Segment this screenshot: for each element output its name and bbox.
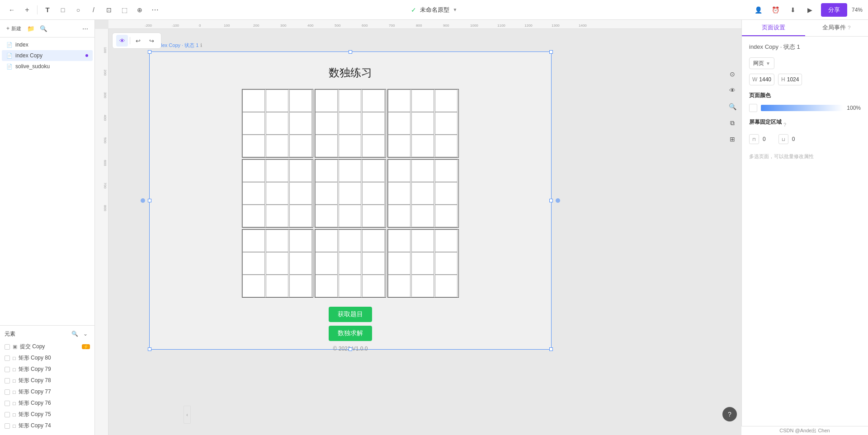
canvas-icon-components[interactable]: ⊞ xyxy=(725,132,740,146)
cell-2-8[interactable] xyxy=(339,135,361,157)
cell-7-3[interactable] xyxy=(289,229,312,252)
page-type-dropdown[interactable]: 网页 ▼ xyxy=(749,57,774,69)
cell-4-3[interactable] xyxy=(289,159,312,182)
page-item-index[interactable]: 📄 index xyxy=(2,39,93,50)
cell-1-5[interactable] xyxy=(266,112,288,135)
cell-3-7[interactable] xyxy=(388,135,410,157)
cell-7-6[interactable] xyxy=(289,252,312,275)
cell-7-8[interactable] xyxy=(266,275,288,297)
cell-1-2[interactable] xyxy=(266,89,288,112)
cell-9-4[interactable] xyxy=(388,252,410,275)
help-button[interactable]: ? xyxy=(722,407,737,421)
element-item-tijiao[interactable]: ▣ 提交 Copy ⚡ xyxy=(0,341,94,352)
frame-corner-mr[interactable] xyxy=(549,199,553,202)
canvas-icon-layers[interactable]: ⧉ xyxy=(725,116,740,130)
more-tool-button[interactable]: ⋯ xyxy=(149,4,161,16)
text-tool-button[interactable]: T xyxy=(41,4,54,16)
cell-5-2[interactable] xyxy=(339,159,361,182)
element-item-80[interactable]: □ 矩形 Copy 80 xyxy=(0,352,94,364)
collapse-panel-button[interactable]: ‹ xyxy=(184,406,191,424)
element-item-75[interactable]: □ 矩形 Copy 75 xyxy=(0,409,94,420)
cell-5-9[interactable] xyxy=(362,205,385,227)
cell-6-1[interactable] xyxy=(388,159,410,182)
frame-corner-bm[interactable] xyxy=(349,347,352,351)
cell-3-8[interactable] xyxy=(411,135,434,157)
element-item-76[interactable]: □ 矩形 Copy 76 xyxy=(0,398,94,409)
element-item-78[interactable]: □ 矩形 Copy 78 xyxy=(0,375,94,386)
cell-6-6[interactable] xyxy=(435,182,458,205)
circle-tool-button[interactable]: ○ xyxy=(72,4,85,16)
cell-3-3[interactable] xyxy=(435,89,458,112)
cell-8-8[interactable] xyxy=(339,275,361,297)
get-puzzle-button[interactable]: 获取题目 xyxy=(329,307,372,322)
cell-8-4[interactable] xyxy=(315,252,338,275)
cell-1-3[interactable] xyxy=(289,89,312,112)
cell-7-7[interactable] xyxy=(242,275,265,297)
cell-3-4[interactable] xyxy=(388,112,410,135)
cell-7-4[interactable] xyxy=(242,252,265,275)
cell-4-4[interactable] xyxy=(242,182,265,205)
cell-5-5[interactable] xyxy=(339,182,361,205)
cell-1-4[interactable] xyxy=(242,112,265,135)
rect-tool-button[interactable]: □ xyxy=(57,4,69,16)
canvas-undo-button[interactable]: ↩ xyxy=(132,35,144,47)
more-pages-button[interactable]: ⋯ xyxy=(80,23,90,33)
cell-6-4[interactable] xyxy=(388,182,410,205)
cell-2-7[interactable] xyxy=(315,135,338,157)
pin-tool-button[interactable]: ⊕ xyxy=(133,4,146,16)
cell-6-5[interactable] xyxy=(411,182,434,205)
image-tool-button[interactable]: ⬚ xyxy=(118,4,131,16)
cell-2-9[interactable] xyxy=(362,135,385,157)
color-slider[interactable] xyxy=(761,105,843,111)
cell-8-5[interactable] xyxy=(339,252,361,275)
cell-5-3[interactable] xyxy=(362,159,385,182)
back-button[interactable]: ← xyxy=(5,4,18,16)
element-item-74[interactable]: □ 矩形 Copy 74 xyxy=(0,420,94,431)
element-checkbox-79[interactable] xyxy=(5,367,10,372)
title-dropdown-arrow[interactable]: ▼ xyxy=(453,7,458,12)
cell-4-6[interactable] xyxy=(289,182,312,205)
frame-corner-tl[interactable] xyxy=(148,50,151,54)
cell-8-2[interactable] xyxy=(339,229,361,252)
search-elements-button[interactable]: 🔍 xyxy=(70,329,79,338)
element-item-79[interactable]: □ 矩形 Copy 79 xyxy=(0,364,94,375)
cell-9-9[interactable] xyxy=(435,275,458,297)
cell-8-1[interactable] xyxy=(315,229,338,252)
frame-anchor-left[interactable] xyxy=(141,198,145,203)
cell-6-2[interactable] xyxy=(411,159,434,182)
cell-5-7[interactable] xyxy=(315,205,338,227)
frame-corner-tm[interactable] xyxy=(349,50,352,54)
tab-global-events[interactable]: 全局事件 ? xyxy=(805,20,868,36)
cell-3-1[interactable] xyxy=(388,89,410,112)
cell-4-2[interactable] xyxy=(266,159,288,182)
add-button[interactable]: + xyxy=(21,4,33,16)
cell-6-3[interactable] xyxy=(435,159,458,182)
element-checkbox-78[interactable] xyxy=(5,378,10,384)
frame-corner-tr[interactable] xyxy=(549,50,553,54)
cell-8-6[interactable] xyxy=(362,252,385,275)
play-button[interactable]: ▶ xyxy=(804,4,816,16)
page-item-solive[interactable]: 📄 solive_sudoku xyxy=(2,61,93,72)
cell-4-9[interactable] xyxy=(289,205,312,227)
cell-2-3[interactable] xyxy=(362,89,385,112)
canvas-frame[interactable]: ▣ index Copy · 状态 1 ℹ 数独练习 xyxy=(149,51,552,350)
cell-9-3[interactable] xyxy=(435,229,458,252)
cell-7-1[interactable] xyxy=(242,229,265,252)
cell-5-4[interactable] xyxy=(315,182,338,205)
cell-2-2[interactable] xyxy=(339,89,361,112)
element-item-77[interactable]: □ 矩形 Copy 77 xyxy=(0,386,94,398)
cell-3-6[interactable] xyxy=(435,112,458,135)
cell-8-9[interactable] xyxy=(362,275,385,297)
canvas-icon-target[interactable]: ⊙ xyxy=(725,67,740,81)
canvas-redo-button[interactable]: ↪ xyxy=(146,35,157,47)
cell-8-7[interactable] xyxy=(315,275,338,297)
cell-1-6[interactable] xyxy=(289,112,312,135)
cell-6-9[interactable] xyxy=(435,205,458,227)
cell-2-6[interactable] xyxy=(362,112,385,135)
cell-3-2[interactable] xyxy=(411,89,434,112)
element-checkbox-74[interactable] xyxy=(5,423,10,429)
cell-4-7[interactable] xyxy=(242,205,265,227)
canvas-area[interactable]: -200 -100 0 100 200 300 400 500 600 700 … xyxy=(95,20,741,435)
cell-9-7[interactable] xyxy=(388,275,410,297)
cell-5-1[interactable] xyxy=(315,159,338,182)
